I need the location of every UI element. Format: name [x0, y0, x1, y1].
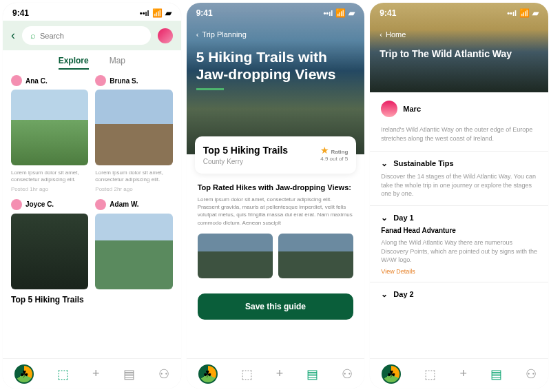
status-icons: ••ıl 📶 ▰ — [324, 8, 355, 18]
tab-explore[interactable]: Explore — [59, 56, 89, 70]
user-name: Joyce C. — [25, 200, 54, 208]
nav-profile-icon[interactable]: ⚇ — [342, 367, 353, 382]
status-icons: ••ıl 📶 ▰ — [507, 8, 539, 18]
feed-card[interactable]: Joyce C. — [11, 199, 88, 289]
nav-map-icon[interactable]: ⬚ — [424, 367, 436, 382]
nav-map-icon[interactable]: ⬚ — [57, 367, 69, 382]
feed-title: Top 5 Hiking Trails — [3, 289, 181, 310]
chevron-left-icon: ‹ — [196, 30, 199, 39]
tips-header[interactable]: ⌄Sustainable Tips — [381, 158, 537, 168]
accent-line — [196, 88, 224, 90]
description-section: Top Rated Hikes with Jaw-dropping Views:… — [187, 174, 365, 288]
status-bar: 9:41 ••ıl 📶 ▰ — [370, 3, 548, 21]
status-icons: ••ıl 📶 ▰ — [140, 8, 171, 18]
section-text: Lorem ipsum dolor sit amet, consectetur … — [198, 196, 354, 227]
thumbnail-row — [198, 234, 354, 278]
search-icon: ⌕ — [30, 30, 36, 41]
tips-section: ⌄Sustainable Tips Discover the 14 stages… — [370, 151, 548, 205]
author-row: Marc — [370, 92, 548, 125]
nav-profile-icon[interactable]: ⚇ — [526, 367, 537, 382]
status-bar: 9:41 ••ıl 📶 ▰ — [3, 3, 181, 21]
chevron-down-icon: ⌄ — [381, 213, 388, 223]
author-name: Marc — [403, 105, 421, 113]
back-link[interactable]: ‹Home — [380, 30, 539, 39]
star-icon: ★ — [320, 145, 329, 156]
tab-map[interactable]: Map — [110, 56, 125, 70]
section-title: Top Rated Hikes with Jaw-dropping Views: — [198, 183, 354, 192]
feed-card[interactable]: Bruna S. Lorem ipsum dolor sit amet, con… — [95, 75, 172, 192]
feed-card[interactable]: Adam W. — [95, 199, 172, 289]
nav-add-icon[interactable]: + — [276, 367, 284, 381]
day1-section: ⌄Day 1 Fanad Head Advanture Along the Wi… — [370, 205, 548, 282]
nav-home-logo[interactable]: ☘ — [198, 364, 218, 384]
back-icon[interactable]: ‹ — [11, 28, 15, 43]
status-time: 9:41 — [12, 8, 29, 18]
day2-header[interactable]: ⌄Day 2 — [381, 289, 537, 299]
card-desc: Lorem ipsum dolor sit amet, consectetur … — [11, 169, 88, 184]
card-image — [95, 214, 172, 289]
thumbnail[interactable] — [198, 234, 273, 278]
card-image — [95, 90, 172, 165]
tips-body: Discover the 14 stages of the Wild Atlan… — [381, 172, 537, 198]
author-avatar[interactable] — [381, 101, 397, 117]
nav-profile-icon[interactable]: ⚇ — [158, 367, 169, 382]
search-input[interactable] — [40, 32, 143, 40]
hero-title: 5 Hiking Trails with Jaw-dropping Views — [196, 48, 355, 83]
rating-box: ★ Rating 4.9 out of 5 — [320, 145, 348, 162]
hero-image: ‹Trip Planning 5 Hiking Trails with Jaw-… — [187, 3, 365, 154]
nav-home-logo[interactable]: ☘ — [382, 364, 401, 384]
user-avatar — [95, 75, 106, 86]
rating-label: Rating — [331, 149, 348, 155]
status-time: 9:41 — [380, 8, 396, 18]
nav-guides-icon[interactable]: ▤ — [306, 367, 318, 382]
nav-guides-icon[interactable]: ▤ — [123, 367, 135, 382]
user-name: Bruna S. — [110, 77, 138, 85]
bottom-nav: ☘ ⬚ + ▤ ⚇ — [370, 358, 548, 389]
chevron-left-icon: ‹ — [380, 30, 382, 39]
profile-avatar[interactable] — [158, 28, 173, 43]
day1-header[interactable]: ⌄Day 1 — [381, 213, 537, 223]
info-card: Top 5 Hiking Trails County Kerry ★ Ratin… — [195, 136, 357, 174]
bottom-nav: ☘ ⬚ + ▤ ⚇ — [187, 358, 365, 389]
card-desc: Lorem ipsum dolor sit amet, consectetur … — [95, 169, 172, 184]
feed: Ana C. Lorem ipsum dolor sit amet, conse… — [3, 75, 181, 289]
nav-add-icon[interactable]: + — [459, 367, 467, 381]
search-header: ‹ ⌕ — [3, 21, 181, 50]
user-avatar — [11, 75, 22, 86]
day2-section: ⌄Day 2 — [370, 282, 548, 306]
view-details-link[interactable]: View Details — [381, 268, 537, 275]
user-avatar — [11, 199, 22, 210]
chevron-down-icon: ⌄ — [381, 289, 388, 299]
screen-explore: 9:41 ••ıl 📶 ▰ ‹ ⌕ Explore Map Ana C. Lor… — [3, 3, 181, 389]
nav-home-logo[interactable]: ☘ — [14, 364, 34, 384]
chevron-down-icon: ⌄ — [381, 158, 388, 168]
nav-guides-icon[interactable]: ▤ — [490, 367, 502, 382]
user-name: Ana C. — [25, 77, 48, 85]
search-box[interactable]: ⌕ — [22, 26, 151, 45]
day1-body: Along the Wild Atlantic Way there are nu… — [381, 238, 537, 265]
intro-text: Ireland's Wild Atlantic Way on the outer… — [370, 125, 548, 151]
back-link[interactable]: ‹Trip Planning — [196, 30, 355, 39]
thumbnail[interactable] — [278, 234, 353, 278]
user-name: Adam W. — [110, 200, 138, 208]
bottom-nav: ☘ ⬚ + ▤ ⚇ — [3, 358, 181, 389]
user-avatar — [95, 199, 106, 210]
posted-time: Posted 2hr ago — [95, 186, 172, 192]
rating-value: 4.9 out of 5 — [320, 156, 348, 162]
hero-title: Trip to The Wild Atlantic Way — [380, 48, 539, 59]
card-image — [11, 90, 88, 165]
save-button[interactable]: Save this guide — [198, 293, 354, 320]
screen-guide-detail: 9:41 ••ıl 📶 ▰ ‹Trip Planning 5 Hiking Tr… — [187, 3, 365, 389]
card-image — [11, 214, 88, 289]
tabs: Explore Map — [3, 50, 181, 75]
status-bar: 9:41 ••ıl 📶 ▰ — [187, 3, 365, 21]
day1-subtitle: Fanad Head Advanture — [381, 227, 537, 234]
posted-time: Posted 1hr ago — [11, 186, 88, 192]
screen-trip-detail: 9:41 ••ıl 📶 ▰ ‹Home Trip to The Wild Atl… — [370, 3, 548, 389]
nav-map-icon[interactable]: ⬚ — [241, 367, 253, 382]
feed-card[interactable]: Ana C. Lorem ipsum dolor sit amet, conse… — [11, 75, 88, 192]
status-time: 9:41 — [196, 8, 213, 18]
nav-add-icon[interactable]: + — [92, 367, 100, 381]
